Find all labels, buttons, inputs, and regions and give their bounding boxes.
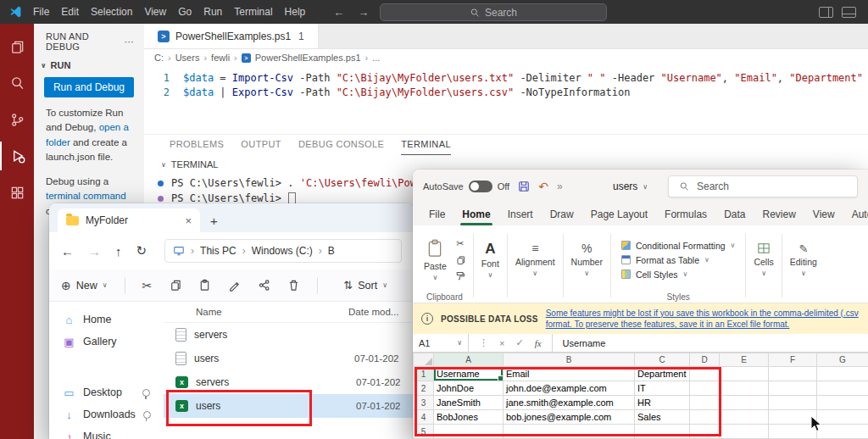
cell[interactable] xyxy=(720,381,769,396)
row-header-1[interactable]: 1 xyxy=(414,367,434,381)
cut-icon[interactable]: ✂ xyxy=(142,279,153,292)
breadcrumb-item[interactable]: C: xyxy=(154,53,164,63)
breadcrumb-item[interactable]: PowerShellExamples.ps1 xyxy=(255,53,361,63)
cell[interactable]: Department xyxy=(635,367,690,381)
explorer-tab-myfolder[interactable]: MyFolder × xyxy=(58,208,200,232)
name-box[interactable]: A1 ∨ xyxy=(413,334,469,352)
back-icon[interactable]: ← xyxy=(61,244,74,258)
ribbon-tab-view[interactable]: View xyxy=(805,208,843,225)
styles-button-conditional-formatting[interactable]: Conditional Formatting∨ xyxy=(621,241,736,251)
ribbon-tab-data[interactable]: Data xyxy=(716,208,753,225)
cell[interactable]: bob.jones@example.com xyxy=(504,410,635,425)
explorer-activity-icon[interactable] xyxy=(0,32,34,61)
ribbon-tab-draw[interactable]: Draw xyxy=(542,208,581,225)
cell[interactable]: john.doe@example.com xyxy=(504,381,635,396)
row-header-5[interactable]: 5 xyxy=(414,425,434,439)
ribbon-tab-formulas[interactable]: Formulas xyxy=(657,208,715,225)
search-activity-icon[interactable] xyxy=(0,69,34,97)
column-header-A[interactable]: A xyxy=(434,353,504,367)
new-tab-icon[interactable]: + xyxy=(210,214,218,228)
close-tab-icon[interactable]: × xyxy=(185,214,192,227)
panel-tab-problems[interactable]: PROBLEMS xyxy=(170,135,224,155)
panel-tab-debug-console[interactable]: DEBUG CONSOLE xyxy=(298,135,384,155)
cell[interactable]: IT xyxy=(635,381,690,396)
cell[interactable] xyxy=(690,367,720,381)
cell[interactable] xyxy=(817,425,868,439)
run-and-debug-icon[interactable] xyxy=(0,142,34,170)
panel-tab-terminal[interactable]: TERMINAL xyxy=(401,135,451,155)
paste-icon[interactable] xyxy=(198,279,211,292)
cell[interactable]: JaneSmith xyxy=(434,396,504,410)
back-icon[interactable]: ← xyxy=(333,6,344,19)
ribbon-tab-file[interactable]: File xyxy=(421,208,453,225)
cell[interactable] xyxy=(720,410,769,425)
sidebar-item-downloads[interactable]: ↓Downloads xyxy=(49,403,164,425)
toggle-icon[interactable] xyxy=(469,181,492,192)
styles-group-label[interactable]: Styles xyxy=(611,292,746,302)
row-header-4[interactable]: 4 xyxy=(414,410,434,425)
number-group[interactable]: % Number ∨ xyxy=(564,229,610,303)
column-header-G[interactable]: G xyxy=(817,353,868,367)
cell[interactable] xyxy=(817,367,868,381)
cell[interactable]: JohnDoe xyxy=(434,381,504,396)
menu-help[interactable]: Help xyxy=(279,6,312,18)
code-line[interactable]: 2$data | Export-Csv -Path "C:\Bijay\MyFo… xyxy=(144,86,868,100)
cell[interactable]: BobJones xyxy=(434,410,504,425)
sidebar-item-desktop[interactable]: ▭Desktop xyxy=(49,381,164,403)
run-and-debug-button[interactable]: Run and Debug xyxy=(44,77,134,97)
panel-layout-icon[interactable] xyxy=(819,7,833,18)
command-decoration-icon[interactable] xyxy=(158,196,164,202)
new-button[interactable]: ⊕ New ∨ xyxy=(61,279,108,292)
more-actions-icon[interactable]: ⋯ xyxy=(125,36,134,47)
cell[interactable] xyxy=(817,381,868,396)
row-header-3[interactable]: 3 xyxy=(414,396,434,410)
column-date-modified[interactable]: Date mod... xyxy=(348,307,398,317)
cell[interactable]: Username xyxy=(434,367,504,381)
warning-message-link[interactable]: Some features might be lost if you save … xyxy=(546,308,859,331)
editing-group[interactable]: ✎ Editing ∨ xyxy=(782,229,825,303)
code-lines[interactable]: 1$data = Import-Csv -Path "C:\Bijay\MyFo… xyxy=(144,66,868,134)
cell[interactable] xyxy=(720,367,769,381)
delete-icon[interactable] xyxy=(287,279,300,292)
sidebar-item-gallery[interactable]: ▣Gallery xyxy=(49,331,164,353)
breadcrumb-item[interactable]: ... xyxy=(372,53,380,63)
copy-icon[interactable] xyxy=(455,255,465,265)
cell[interactable] xyxy=(769,425,817,439)
forward-icon[interactable]: → xyxy=(358,6,369,19)
file-row[interactable]: servers xyxy=(164,323,414,347)
run-section-header[interactable]: ∨ RUN xyxy=(34,56,144,72)
autosave-toggle[interactable]: AutoSave Off xyxy=(423,181,509,192)
share-icon[interactable] xyxy=(258,279,270,292)
cell[interactable] xyxy=(769,367,817,381)
styles-button-format-as-table[interactable]: Format as Table∨ xyxy=(621,255,736,265)
formula-input[interactable]: Username xyxy=(552,334,868,352)
cell[interactable] xyxy=(817,396,868,410)
paste-button[interactable]: Paste ∨ xyxy=(424,238,447,281)
quick-access-more-icon[interactable]: » xyxy=(557,181,563,192)
workbook-title[interactable]: users ∨ xyxy=(613,181,648,192)
clipboard-group-label[interactable]: Clipboard xyxy=(416,292,473,302)
column-header-F[interactable]: F xyxy=(769,353,817,367)
terminal-command-link[interactable]: terminal command xyxy=(46,191,126,201)
address-crumb[interactable]: Windows (C:) xyxy=(252,245,313,257)
cell[interactable]: Sales xyxy=(635,410,690,425)
menu-file[interactable]: File xyxy=(27,6,55,18)
command-decoration-icon[interactable] xyxy=(158,181,164,186)
cell[interactable] xyxy=(504,425,635,439)
cell[interactable]: Email xyxy=(504,367,635,381)
menu-go[interactable]: Go xyxy=(172,6,198,18)
forward-icon[interactable]: → xyxy=(88,244,101,258)
up-icon[interactable]: ↑ xyxy=(115,244,122,258)
alignment-group[interactable]: ≡ Alignment ∨ xyxy=(508,229,563,303)
more-dots-icon[interactable]: ⋮ xyxy=(479,337,488,348)
cell[interactable] xyxy=(817,410,868,425)
cell[interactable] xyxy=(434,425,504,439)
sheet-corner[interactable] xyxy=(414,353,434,367)
sidebar-item-home[interactable]: ⌂Home xyxy=(49,308,164,331)
cell[interactable] xyxy=(690,425,720,439)
cells-group[interactable]: Cells ∨ xyxy=(746,229,781,303)
ribbon-tab-insert[interactable]: Insert xyxy=(500,208,541,225)
ribbon-tab-home[interactable]: Home xyxy=(454,208,498,225)
cell[interactable] xyxy=(690,396,720,410)
file-row[interactable]: users07-01-202 xyxy=(164,347,414,370)
